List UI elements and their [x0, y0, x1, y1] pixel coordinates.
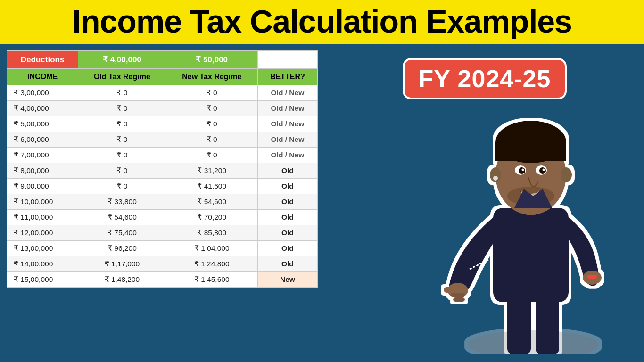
income-cell: ₹ 13,00,000	[7, 241, 78, 256]
svg-rect-12	[495, 142, 566, 161]
page-title: Income Tax Calculation Examples	[9, 5, 635, 38]
table-row: ₹ 15,00,000₹ 1,48,200₹ 1,45,600New	[7, 272, 318, 288]
old-tax-cell: ₹ 0	[78, 116, 166, 132]
old-tax-cell: ₹ 54,600	[78, 210, 166, 225]
new-tax-cell: ₹ 31,200	[166, 163, 257, 179]
new-tax-cell: ₹ 0	[166, 101, 257, 116]
svg-point-20	[522, 169, 524, 171]
table-row: ₹ 11,00,000₹ 54,600₹ 70,200Old	[7, 210, 318, 225]
old-tax-cell: ₹ 33,800	[78, 194, 166, 210]
table-row: ₹ 3,00,000₹ 0₹ 0Old / New	[7, 85, 318, 101]
deduction-amount-1: ₹ 4,00,000	[78, 51, 166, 69]
svg-rect-6	[451, 293, 465, 297]
old-tax-cell: ₹ 96,200	[78, 241, 166, 256]
better-cell: Old	[257, 194, 317, 210]
income-cell: ₹ 11,00,000	[7, 210, 78, 225]
income-cell: ₹ 9,00,000	[7, 179, 78, 194]
better-cell: Old	[257, 225, 317, 241]
better-cell: Old	[257, 179, 317, 194]
new-tax-cell: ₹ 1,24,800	[166, 256, 257, 272]
table-row: ₹ 4,00,000₹ 0₹ 0Old / New	[7, 101, 318, 116]
svg-rect-5	[444, 287, 462, 293]
new-tax-cell: ₹ 1,04,000	[166, 241, 257, 256]
old-tax-cell: ₹ 0	[78, 163, 166, 179]
new-tax-cell: ₹ 0	[166, 85, 257, 101]
better-cell: Old / New	[257, 85, 317, 101]
deductions-header: Deductions	[7, 51, 78, 69]
svg-rect-23	[587, 275, 597, 279]
old-tax-cell: ₹ 0	[78, 148, 166, 163]
svg-point-15	[493, 176, 498, 181]
person-area	[418, 104, 644, 354]
income-cell: ₹ 3,00,000	[7, 85, 78, 101]
table-row: ₹ 13,00,000₹ 96,200₹ 1,04,000Old	[7, 241, 318, 256]
old-tax-cell: ₹ 0	[78, 101, 166, 116]
better-cell: Old / New	[257, 101, 317, 116]
better-cell: Old	[257, 241, 317, 256]
new-regime-header: New Tax Regime	[166, 69, 257, 85]
old-tax-cell: ₹ 0	[78, 179, 166, 194]
income-cell: ₹ 4,00,000	[7, 101, 78, 116]
new-tax-cell: ₹ 1,45,600	[166, 272, 257, 288]
svg-point-14	[561, 167, 572, 182]
new-tax-cell: ₹ 0	[166, 132, 257, 148]
table-row: ₹ 14,00,000₹ 1,17,000₹ 1,24,800Old	[7, 256, 318, 272]
main-content: Deductions ₹ 4,00,000 ₹ 50,000 INCOME Ol…	[0, 44, 644, 354]
income-col-header: INCOME	[7, 69, 78, 85]
income-cell: ₹ 12,00,000	[7, 225, 78, 241]
deduction-amount-2: ₹ 50,000	[166, 51, 257, 69]
new-tax-cell: ₹ 85,800	[166, 225, 257, 241]
better-cell: Old / New	[257, 148, 317, 163]
better-cell: Old / New	[257, 132, 317, 148]
better-cell: Old	[257, 163, 317, 179]
svg-point-21	[543, 169, 545, 171]
better-cell: Old	[257, 210, 317, 225]
svg-point-19	[539, 167, 546, 174]
table-row: ₹ 7,00,000₹ 0₹ 0Old / New	[7, 148, 318, 163]
table-section: Deductions ₹ 4,00,000 ₹ 50,000 INCOME Ol…	[0, 44, 321, 354]
income-cell: ₹ 5,00,000	[7, 116, 78, 132]
income-cell: ₹ 7,00,000	[7, 148, 78, 163]
new-tax-cell: ₹ 54,600	[166, 194, 257, 210]
income-cell: ₹ 15,00,000	[7, 272, 78, 288]
income-cell: ₹ 14,00,000	[7, 256, 78, 272]
old-tax-cell: ₹ 1,17,000	[78, 256, 166, 272]
better-cell: Old / New	[257, 116, 317, 132]
income-cell: ₹ 6,00,000	[7, 132, 78, 148]
tax-table: Deductions ₹ 4,00,000 ₹ 50,000 INCOME Ol…	[7, 50, 318, 288]
better-header: BETTER?	[257, 69, 317, 85]
income-cell: ₹ 8,00,000	[7, 163, 78, 179]
table-row: ₹ 8,00,000₹ 0₹ 31,200Old	[7, 163, 318, 179]
svg-point-18	[519, 167, 525, 174]
old-tax-cell: ₹ 0	[78, 85, 166, 101]
new-tax-cell: ₹ 41,600	[166, 179, 257, 194]
new-tax-cell: ₹ 0	[166, 148, 257, 163]
person-illustration	[432, 114, 630, 354]
income-cell: ₹ 10,00,000	[7, 194, 78, 210]
old-tax-cell: ₹ 0	[78, 132, 166, 148]
right-section: FY 2024-25	[321, 44, 644, 354]
new-tax-cell: ₹ 70,200	[166, 210, 257, 225]
header-banner: Income Tax Calculation Examples	[0, 0, 644, 44]
table-row: ₹ 5,00,000₹ 0₹ 0Old / New	[7, 116, 318, 132]
better-cell: Old	[257, 256, 317, 272]
table-row: ₹ 10,00,000₹ 33,800₹ 54,600Old	[7, 194, 318, 210]
table-row: ₹ 12,00,000₹ 75,400₹ 85,800Old	[7, 225, 318, 241]
svg-point-0	[467, 330, 599, 354]
table-row: ₹ 9,00,000₹ 0₹ 41,600Old	[7, 179, 318, 194]
fy-badge: FY 2024-25	[403, 58, 567, 99]
svg-rect-7	[453, 297, 465, 302]
old-tax-cell: ₹ 75,400	[78, 225, 166, 241]
empty-header	[257, 51, 317, 69]
new-tax-cell: ₹ 0	[166, 116, 257, 132]
old-regime-header: Old Tax Regime	[78, 69, 166, 85]
better-cell: New	[257, 272, 317, 288]
table-row: ₹ 6,00,000₹ 0₹ 0Old / New	[7, 132, 318, 148]
old-tax-cell: ₹ 1,48,200	[78, 272, 166, 288]
